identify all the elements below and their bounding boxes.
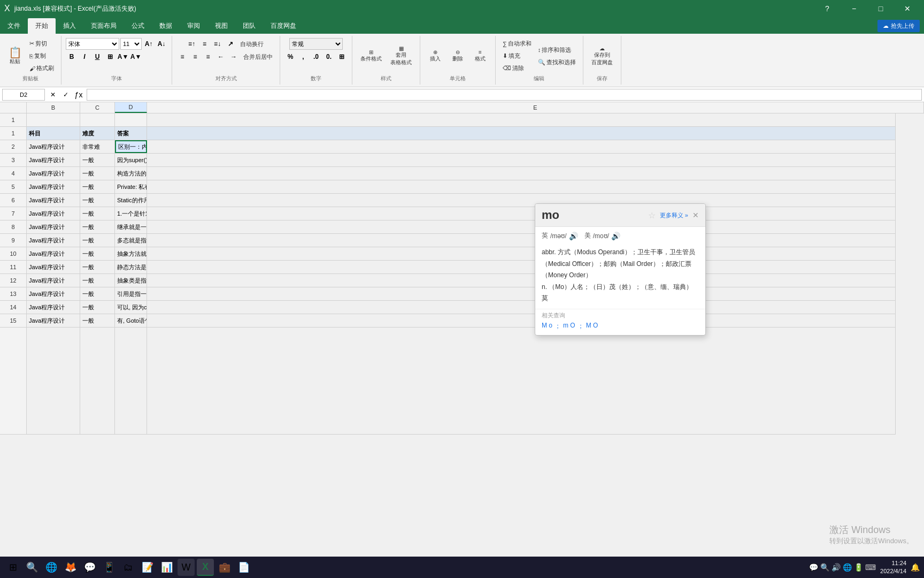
- cell-d6[interactable]: Static的作用是把属性和方法定义为静态的, 可以在不创建对象的时候就调用这些…: [115, 194, 147, 207]
- tab-home[interactable]: 开始: [28, 18, 56, 34]
- cell-b2[interactable]: Java程序设计: [27, 140, 80, 153]
- maximize-button[interactable]: □: [868, 0, 893, 17]
- dict-related-link-1[interactable]: M o: [542, 322, 552, 331]
- find-select-btn[interactable]: 🔍 查找和选择: [535, 57, 579, 68]
- tab-view[interactable]: 视图: [207, 18, 235, 34]
- fill-color-btn[interactable]: A▼: [117, 51, 129, 63]
- conditional-format-btn[interactable]: ⊞ 条件格式: [357, 47, 386, 65]
- cell-e15[interactable]: [147, 314, 896, 327]
- underline-btn[interactable]: U: [91, 51, 103, 63]
- tab-baidu[interactable]: 百度网盘: [263, 18, 304, 34]
- align-top-btn[interactable]: ≡↑: [186, 38, 198, 50]
- cell-e5[interactable]: [147, 180, 896, 193]
- cell-c15[interactable]: 一般: [80, 314, 115, 327]
- cell-c10[interactable]: 一般: [80, 247, 115, 260]
- cell-e13[interactable]: [147, 287, 896, 300]
- notification-icon[interactable]: 🔔: [911, 563, 920, 572]
- cell-c13[interactable]: 一般: [80, 287, 115, 300]
- cell-d-label[interactable]: 答案: [115, 127, 147, 140]
- cell-d2[interactable]: 区别一：内存一般指内存条，插在电脑主板上，外存一般是磁性介质，指硬盘、软盘、光盘…: [115, 140, 147, 153]
- cell-e12[interactable]: [147, 274, 896, 287]
- dict-star-btn[interactable]: ☆: [648, 210, 656, 220]
- cell-d8[interactable]: 继承就是一个类继承另一个类的属性和方法. 继承的优点是可以实现代码的重用, 使组…: [115, 220, 147, 233]
- font-shrink-btn[interactable]: A↓: [156, 38, 167, 50]
- cell-d1[interactable]: [115, 113, 147, 126]
- cell-e7[interactable]: [147, 207, 896, 220]
- cell-b11[interactable]: Java程序设计: [27, 261, 80, 273]
- cell-d13[interactable]: 引用是指一个指向数据类型地址的指针, 对象也可以从一个对象, 对象也可以多个引用…: [115, 287, 147, 300]
- empty-cell[interactable]: [27, 328, 80, 434]
- dict-play-en-btn[interactable]: 🔊: [569, 232, 578, 240]
- help-button[interactable]: ?: [815, 0, 840, 17]
- tab-file[interactable]: 文件: [0, 18, 28, 34]
- cell-b15[interactable]: Java程序设计: [27, 314, 80, 327]
- chart-btn[interactable]: 📊: [158, 559, 175, 576]
- tray-battery-icon[interactable]: 🔋: [854, 563, 863, 572]
- cell-d15[interactable]: 有, Goto语句在java中作为保留字, 并没有实现它. 带标号的break,…: [115, 314, 147, 327]
- indent-increase-btn[interactable]: →: [228, 51, 240, 63]
- cell-e11[interactable]: [147, 261, 896, 273]
- phone-btn[interactable]: 📱: [101, 559, 118, 576]
- col-header-e-plus[interactable]: E: [147, 102, 924, 113]
- empty-cell[interactable]: [80, 328, 115, 434]
- cancel-formula-btn[interactable]: ✕: [47, 89, 59, 101]
- cell-b5[interactable]: Java程序设计: [27, 180, 80, 193]
- excel-taskbar-btn[interactable]: X: [197, 559, 214, 576]
- cell-e10[interactable]: [147, 247, 896, 260]
- cell-d3[interactable]: 因为super()和this()是调用的父类或本类的无参构造器，因为Java不允…: [115, 154, 147, 166]
- col-header-b[interactable]: B: [27, 102, 80, 113]
- fox-icon-btn[interactable]: 🦊: [62, 559, 79, 576]
- align-bottom-btn[interactable]: ≡↓: [212, 38, 224, 50]
- scroll-area[interactable]: 1 1 科目 难度 答案 2 Java程序设计: [0, 113, 924, 578]
- clock[interactable]: 11:24 2022/4/14: [880, 559, 906, 576]
- cell-d10[interactable]: 抽象方法就是使用abstract关键字修饰的方法. 抽象类是指abstract关…: [115, 247, 147, 260]
- save-to-baidu-btn[interactable]: ☁ 保存到 百度网盘: [588, 43, 617, 69]
- bold-btn[interactable]: B: [66, 51, 78, 63]
- italic-btn[interactable]: I: [79, 51, 90, 63]
- cell-d14[interactable]: 可以, 因为char是两个字节, 而unicode的汉字编码所占用的存储空间就是…: [115, 301, 147, 314]
- thousands-btn[interactable]: ,: [297, 51, 309, 63]
- wrap-text-btn[interactable]: 自动换行: [237, 39, 266, 50]
- cell-e14[interactable]: [147, 301, 896, 314]
- cell-e1[interactable]: [147, 113, 896, 126]
- dict-related-link-2[interactable]: m O: [563, 322, 575, 331]
- font-size-select[interactable]: 11: [120, 38, 142, 50]
- col-header-d[interactable]: D: [115, 102, 147, 113]
- font-name-select[interactable]: 宋体: [66, 38, 119, 50]
- cell-c12[interactable]: 一般: [80, 274, 115, 287]
- tray-sound-icon[interactable]: 🔊: [831, 563, 841, 572]
- name-box[interactable]: [2, 89, 45, 101]
- decrease-decimal-btn[interactable]: 0.: [323, 51, 335, 63]
- cell-b10[interactable]: Java程序设计: [27, 247, 80, 260]
- fill-btn[interactable]: ⬇ 填充: [500, 50, 534, 62]
- clear-btn[interactable]: ⌫ 清除: [500, 63, 534, 74]
- format-btn[interactable]: ≡ 格式: [469, 47, 491, 65]
- merge-center-btn[interactable]: 合并后居中: [241, 51, 275, 63]
- cell-c4[interactable]: 一般: [80, 167, 115, 180]
- dict-play-us-btn[interactable]: 🔊: [611, 232, 620, 240]
- cell-e9[interactable]: [147, 234, 896, 247]
- cell-e-label[interactable]: [147, 127, 896, 140]
- minimize-button[interactable]: −: [842, 0, 866, 17]
- cell-e6[interactable]: [147, 194, 896, 207]
- tray-chat-icon[interactable]: 💬: [809, 563, 818, 572]
- cell-d11[interactable]: 静态方法是不可以被重写, 因为静态方法是在类加载时就被加载到内存中的, 在整个运…: [115, 261, 147, 273]
- sort-filter-btn[interactable]: ↕ 排序和筛选: [535, 44, 579, 56]
- cell-e8[interactable]: [147, 220, 896, 233]
- other-app-btn[interactable]: 💼: [216, 559, 233, 576]
- cell-c7[interactable]: 一般: [80, 207, 115, 220]
- tab-team[interactable]: 团队: [235, 18, 263, 34]
- tab-insert[interactable]: 插入: [56, 18, 83, 34]
- font-grow-btn[interactable]: A↑: [143, 38, 155, 50]
- cell-c9[interactable]: 一般: [80, 234, 115, 247]
- notepad-btn[interactable]: 📝: [139, 559, 156, 576]
- cell-c6[interactable]: 一般: [80, 194, 115, 207]
- cell-c3[interactable]: 一般: [80, 154, 115, 166]
- format-painter-btn[interactable]: 🖌格式刷: [27, 63, 57, 74]
- cell-e4[interactable]: [147, 167, 896, 180]
- cell-b1[interactable]: [27, 113, 80, 126]
- tab-data[interactable]: 数据: [152, 18, 180, 34]
- cell-c1[interactable]: [80, 113, 115, 126]
- tray-network-icon[interactable]: 🌐: [843, 563, 852, 572]
- insert-btn[interactable]: ⊕ 插入: [425, 47, 446, 65]
